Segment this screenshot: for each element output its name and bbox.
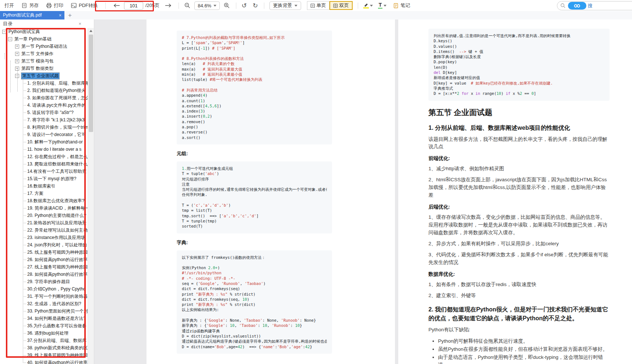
sidebar-title: 目录 (3, 21, 13, 27)
expand-icon[interactable]: + (15, 52, 19, 56)
toc-item[interactable]: 13. 爬取这些数据都用来做什么 (0, 160, 88, 168)
toc-item[interactable]: 25. 线上服务可能因为种种原因 (0, 249, 88, 256)
tree-connector (23, 98, 26, 98)
back-arrow-button[interactable] (113, 3, 120, 8)
tree-connector (23, 282, 26, 282)
text-tool-button[interactable]: T (378, 2, 387, 9)
undo-button[interactable]: ↺ (241, 2, 247, 9)
toc-node[interactable]: +第三节 模块与包 (0, 57, 88, 65)
toc-item[interactable]: 20. Python的主要功能是什么? (0, 212, 88, 219)
toc-item[interactable]: 8. 利用切片操作，实现一个trim (0, 124, 88, 131)
toc-node[interactable]: +第四节 数据类型 (0, 65, 88, 72)
toc-node[interactable]: −第一章 Python基础 (0, 35, 88, 43)
toc-item[interactable]: 12. 你在爬虫过程中，都是怎么 (0, 153, 88, 160)
toc-item[interactable]: 27. 线上服务可能因为种种原因 (0, 263, 88, 271)
chevron-down-icon (213, 5, 216, 7)
save-as-button[interactable]: 另存 (21, 2, 39, 9)
tree-connector-line (23, 75, 23, 362)
toc-item[interactable]: 5. 请反转字符串 "aStr"? (0, 109, 88, 116)
double-page-label: 双页 (339, 2, 349, 9)
toc-item[interactable]: 31. 手写一个判断时间的装饰器 (0, 293, 88, 300)
scrollbar-thumb[interactable] (89, 35, 93, 132)
highlighter-button[interactable] (363, 3, 373, 8)
toc-item[interactable]: 22. 异常处理写法以及如何主动 (0, 226, 88, 234)
page-input[interactable] (124, 2, 143, 10)
toc-node[interactable]: −第五节 企业面试题 (0, 72, 88, 79)
toc-item[interactable]: 33. Python里面如何拷贝一个对 (0, 307, 88, 315)
notes-label: 笔记 (400, 2, 410, 9)
zoom-out-button[interactable] (184, 2, 191, 9)
double-page-button[interactable]: 双页 (329, 1, 353, 10)
collapse-icon[interactable]: − (8, 37, 12, 41)
bullet-item: 虽然Python在很多方面都性能良好，但在移动计算和浏览器方面表现不够好。 (438, 345, 610, 353)
tree-connector (23, 90, 26, 91)
toc-label: 第二节 文件操作 (21, 51, 53, 57)
toc-label: Python面试宝典 (8, 29, 40, 35)
search-box[interactable]: 搜 (557, 1, 632, 10)
toc-item[interactable]: 10. 解释一下python的and-or (0, 138, 88, 146)
link-button[interactable] (568, 2, 586, 10)
expand-icon[interactable]: + (15, 44, 19, 49)
toc-item[interactable]: 35.为什么函数名字可以当做参 (0, 322, 88, 329)
tab-python-interview-pdf[interactable]: Python面试宝典.pdf × (0, 11, 64, 19)
toc-node[interactable]: +第一节 Python基础语法 (0, 43, 88, 50)
toc-item[interactable]: 9. 请设计一个decorator，它可 (0, 131, 88, 138)
forward-arrow-button[interactable] (165, 3, 172, 8)
change-background-label: 更换背景 (273, 2, 292, 9)
toc-item[interactable]: 32. 生成器，迭代器的区别? (0, 300, 88, 307)
toc-item[interactable]: 30.介绍Cython，Pypy Cpytho (0, 285, 88, 293)
toc-node[interactable]: −Python面试宝典 (0, 28, 88, 35)
toc-item[interactable]: 29. 字符串的操作题目 (0, 278, 88, 285)
toc-item[interactable]: 36. 遇到bug如何处理 (0, 329, 88, 337)
toc-item[interactable]: 11. how do I iterate over a s (0, 146, 88, 153)
toc-item[interactable]: 37.分别从前端、后端、数据库 (0, 337, 88, 344)
expand-icon[interactable]: + (15, 59, 19, 63)
collapse-icon[interactable]: − (2, 30, 6, 34)
print-button[interactable]: 打印 (46, 2, 63, 9)
toc-item[interactable]: 2. 我们都知道现在Python很火 (0, 87, 88, 94)
pdf-convert-button[interactable]: Pw PDF转换 (71, 2, 98, 9)
toc-item[interactable]: 26. 如何提高python的运行效率 (0, 256, 88, 263)
bullet-item: 由于是动态语言，Python使用鸭子类型，即duck-typing，这会增加运行… (438, 353, 610, 364)
notes-button[interactable]: 笔记 (393, 2, 410, 9)
change-background-button[interactable]: 更换背景 (269, 1, 301, 10)
toc-item[interactable]: 21.装饰器的写法以及应用场景 (0, 219, 88, 226)
toc-item[interactable]: 39. 线上服务可能因为种种原因 (0, 351, 88, 359)
toc-item[interactable]: 16.数据库索引 (0, 182, 88, 190)
open-button[interactable]: 打开 (4, 2, 14, 9)
redo-button[interactable]: ↻ (253, 2, 258, 9)
toc-item[interactable]: 18.数据库怎么优化查询效率? (0, 197, 88, 204)
toc-item[interactable]: 3. 如果你困在了死循环里，怎么 (0, 94, 88, 101)
toc-item[interactable]: 38. python新式类和经典类的区 (0, 344, 88, 351)
toc-item[interactable]: 1. 分别从前端、后端、数据库阐 (0, 79, 88, 87)
chevron-down-icon[interactable] (370, 5, 373, 7)
double-page-icon (333, 3, 338, 8)
highlighter-icon (363, 3, 369, 8)
toc-item[interactable]: 14.有没有一个工具可以帮助查 (0, 168, 88, 175)
toc-label: 8. 利用切片操作，实现一个trim (27, 124, 88, 131)
single-page-button[interactable]: 单页 (307, 1, 329, 10)
toc-item[interactable]: 23. isinstance作用以及应用场 (0, 234, 88, 241)
toc-item[interactable]: 24. json序列化时，可以处理的 (0, 241, 88, 249)
toc-item[interactable]: 15.说一下 mysql 的原理? (0, 175, 88, 182)
sidebar-scrollbar[interactable] (88, 28, 94, 364)
toc-item[interactable]: 34. 如何判断是函数还是方法? (0, 315, 88, 322)
toc-item[interactable]: 40. 如何提高python的运行效率 (0, 359, 88, 364)
toolbar-separator (236, 3, 236, 9)
chevron-down-icon[interactable] (384, 5, 386, 7)
close-icon[interactable]: × (59, 13, 61, 18)
toc-item[interactable]: 17. 方案 (0, 190, 88, 197)
toc-item[interactable]: 7. 将字符串 "k:1 |k1:2|k2:3|k3 (0, 116, 88, 124)
toc-item[interactable]: 28. 如何提高python的运行效率 (0, 271, 88, 278)
close-icon[interactable]: × (78, 21, 81, 26)
zoom-in-button[interactable] (223, 2, 230, 9)
toc-item[interactable]: 4. 请谈谈.pyc文件和.py文件的 (0, 101, 88, 109)
new-tab-button[interactable]: + (68, 12, 72, 18)
toc-label: 21.装饰器的写法以及应用场景 (27, 220, 86, 226)
toc-item[interactable]: 19. 简单谈谈ACID，并解释每一 (0, 204, 88, 212)
page-total-label: /205页 (145, 2, 159, 9)
sidebar-header: 目录 × (0, 19, 94, 28)
zoom-level-dropdown[interactable]: 84.6% (194, 1, 220, 10)
scroll-up-icon[interactable] (89, 30, 92, 32)
toc-node[interactable]: +第二节 文件操作 (0, 50, 88, 57)
